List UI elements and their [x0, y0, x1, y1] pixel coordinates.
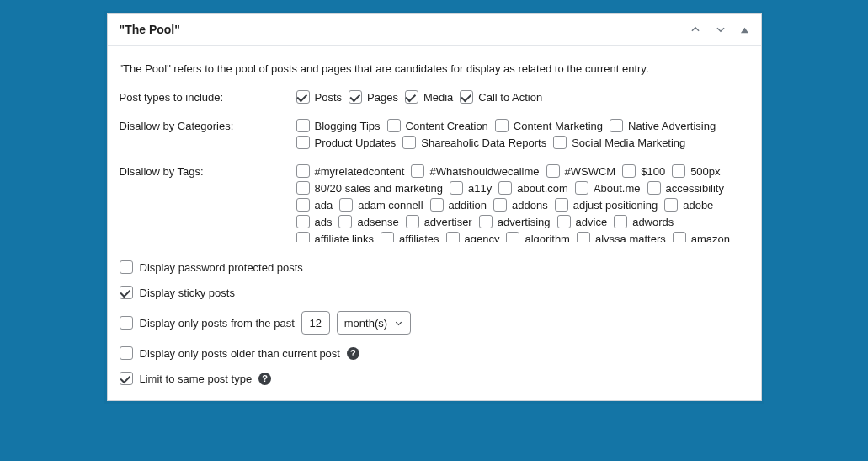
- post-types-options: PostsPagesMediaCall to Action: [296, 90, 749, 104]
- category-option: Social Media Marketing: [553, 136, 685, 149]
- category-option-checkbox[interactable]: [296, 136, 310, 149]
- tag-option: 500px: [672, 164, 720, 178]
- category-option-checkbox[interactable]: [495, 119, 509, 132]
- category-option: Blogging Tips: [296, 119, 381, 132]
- category-option-checkbox[interactable]: [610, 119, 623, 132]
- svg-marker-0: [740, 27, 748, 32]
- tag-option: addition: [430, 198, 487, 212]
- tag-option-checkbox[interactable]: [430, 198, 444, 212]
- tag-option: $100: [622, 164, 665, 178]
- tag-option-checkbox[interactable]: [381, 232, 394, 242]
- tag-option: affiliate links: [296, 232, 375, 242]
- pool-settings-panel: "The Pool" "The Pool" refers to the pool…: [107, 13, 762, 401]
- category-option-checkbox[interactable]: [296, 119, 310, 132]
- tag-option-checkbox[interactable]: [446, 232, 460, 242]
- category-option: Content Creation: [387, 119, 488, 132]
- post-type-option: Call to Action: [460, 90, 542, 104]
- category-option-checkbox[interactable]: [402, 136, 416, 149]
- tags-options: #myrelatedcontent#Whatshouldwecallme#WSW…: [296, 164, 749, 242]
- tag-option-checkbox[interactable]: [498, 181, 512, 195]
- from-past-option: Display only posts from the past 12 mont…: [120, 311, 749, 335]
- limit-same-type-checkbox[interactable]: [120, 372, 133, 385]
- category-option-checkbox[interactable]: [387, 119, 401, 132]
- tag-option-checkbox[interactable]: [622, 164, 636, 178]
- panel-header-controls: [690, 24, 749, 35]
- tag-option-label: accessibility: [666, 182, 724, 195]
- tag-option-label: affiliates: [399, 233, 439, 243]
- tag-option-label: addition: [449, 199, 487, 212]
- tag-option-checkbox[interactable]: [411, 164, 424, 178]
- limit-same-type-label: Limit to same post type: [140, 373, 253, 385]
- tag-option: adjust positioning: [555, 198, 658, 212]
- tag-option-label: advertiser: [424, 216, 472, 228]
- tag-option-checkbox[interactable]: [296, 181, 310, 195]
- from-past-unit-label: month(s): [344, 317, 387, 330]
- collapse-up-icon[interactable]: [690, 24, 701, 35]
- collapse-down-icon[interactable]: [715, 24, 727, 35]
- tag-option-label: 500px: [690, 165, 720, 178]
- tag-option-checkbox[interactable]: [296, 164, 310, 178]
- tag-option-checkbox[interactable]: [493, 198, 507, 212]
- category-option-label: Content Marketing: [514, 120, 603, 132]
- tag-option-checkbox[interactable]: [296, 215, 310, 228]
- tag-option-checkbox[interactable]: [664, 198, 678, 212]
- tag-option: agency: [446, 232, 500, 242]
- tag-option: ada: [296, 198, 333, 212]
- panel-toggle-icon[interactable]: [740, 25, 749, 35]
- tag-option: adsense: [338, 215, 398, 228]
- tag-option-checkbox[interactable]: [673, 232, 686, 242]
- post-type-option-checkbox[interactable]: [349, 90, 362, 104]
- tag-option-checkbox[interactable]: [450, 181, 463, 195]
- categories-label: Disallow by Categories:: [120, 119, 296, 132]
- tag-option-label: #WSWCM: [565, 165, 616, 178]
- category-option-label: Blogging Tips: [315, 120, 381, 132]
- tag-option-label: adam connell: [358, 199, 423, 212]
- post-type-option: Pages: [349, 90, 398, 104]
- tag-option-checkbox[interactable]: [506, 232, 519, 242]
- older-than-current-option: Display only posts older than current po…: [120, 346, 749, 360]
- tag-option-label: agency: [465, 233, 500, 243]
- from-past-value-input[interactable]: 12: [301, 311, 330, 335]
- tag-option-checkbox[interactable]: [546, 164, 560, 178]
- tag-option-checkbox[interactable]: [647, 181, 661, 195]
- limit-same-type-option: Limit to same post type ?: [120, 372, 749, 385]
- tag-option-checkbox[interactable]: [339, 198, 353, 212]
- tag-option-checkbox[interactable]: [296, 198, 310, 212]
- post-type-option-checkbox[interactable]: [460, 90, 473, 104]
- password-protected-checkbox[interactable]: [120, 260, 133, 274]
- category-option: Product Updates: [296, 136, 397, 149]
- tag-option: accessibility: [647, 181, 724, 195]
- tag-option-checkbox[interactable]: [672, 164, 685, 178]
- tag-option-checkbox[interactable]: [479, 215, 493, 228]
- tag-option-checkbox[interactable]: [575, 181, 588, 195]
- tag-option-label: about.com: [517, 182, 568, 195]
- tag-option-checkbox[interactable]: [338, 215, 352, 228]
- tag-option-checkbox[interactable]: [577, 232, 590, 242]
- tag-option-checkbox[interactable]: [406, 215, 419, 228]
- post-type-option-checkbox[interactable]: [405, 90, 418, 104]
- panel-title: "The Pool": [120, 23, 180, 36]
- post-type-option-checkbox[interactable]: [296, 90, 310, 104]
- sticky-posts-checkbox[interactable]: [120, 286, 133, 299]
- older-than-current-label: Display only posts older than current po…: [140, 347, 340, 360]
- tag-option: 80/20 sales and marketing: [296, 181, 443, 195]
- tag-option-label: a11y: [468, 182, 492, 195]
- tag-option: About.me: [575, 181, 641, 195]
- password-protected-label: Display password protected posts: [140, 261, 303, 274]
- post-type-option: Posts: [296, 90, 343, 104]
- tag-option-checkbox[interactable]: [614, 215, 627, 228]
- from-past-checkbox[interactable]: [120, 316, 133, 330]
- tag-option-checkbox[interactable]: [555, 198, 568, 212]
- from-past-unit-select[interactable]: month(s): [337, 311, 411, 335]
- tag-option-label: affiliate links: [315, 233, 375, 243]
- tag-option-label: advertising: [498, 216, 551, 228]
- help-icon[interactable]: ?: [347, 347, 359, 360]
- tag-option-checkbox[interactable]: [557, 215, 571, 228]
- post-types-row: Post types to include: PostsPagesMediaCa…: [120, 90, 749, 104]
- older-than-current-checkbox[interactable]: [120, 346, 133, 360]
- post-type-option-label: Call to Action: [478, 91, 542, 104]
- tag-option-checkbox[interactable]: [296, 232, 310, 242]
- help-icon[interactable]: ?: [258, 373, 271, 385]
- category-option-checkbox[interactable]: [553, 136, 567, 149]
- post-type-option-label: Posts: [315, 91, 343, 104]
